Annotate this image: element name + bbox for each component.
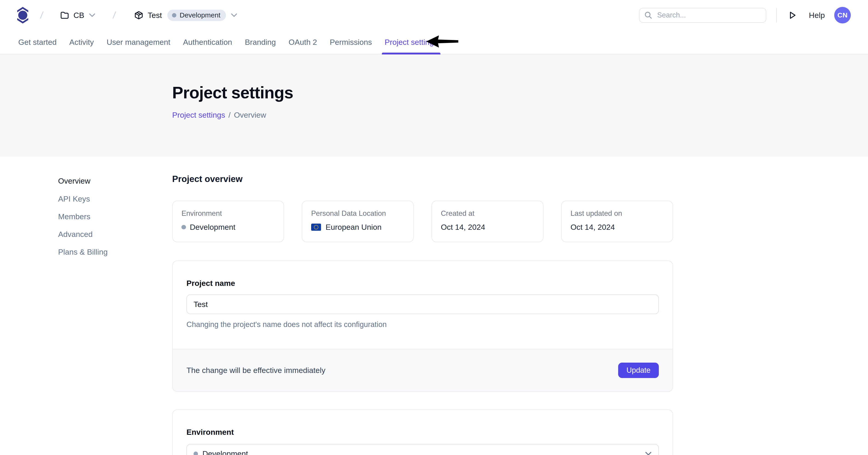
primary-tab-bar: Get started Activity User management Aut… <box>0 31 868 54</box>
status-dot-icon <box>172 13 176 18</box>
org-name: CB <box>73 11 84 20</box>
main-panel: Project overview Environment Development… <box>172 157 673 455</box>
eu-flag-icon <box>311 224 321 231</box>
breadcrumb-link-project-settings[interactable]: Project settings <box>172 111 225 119</box>
sidebar-item-overview[interactable]: Overview <box>58 177 172 185</box>
search-icon <box>644 11 652 19</box>
chevron-down-icon <box>231 13 237 18</box>
project-name-panel-footer: The change will be effective immediately… <box>173 349 673 391</box>
app-window: / CB / <box>0 0 868 455</box>
card-value-text: European Union <box>326 223 382 232</box>
project-selector[interactable]: Test Development <box>134 10 237 21</box>
project-name-input[interactable] <box>186 294 659 314</box>
card-value-text: Development <box>190 223 236 232</box>
environment-label: Environment <box>186 428 659 436</box>
card-label: Environment <box>181 209 275 218</box>
top-bar: / CB / <box>0 0 868 31</box>
project-name: Test <box>148 11 162 20</box>
card-label: Personal Data Location <box>311 209 404 218</box>
status-dot-icon <box>181 225 186 229</box>
search-box[interactable] <box>639 8 766 23</box>
card-label: Created at <box>441 209 534 218</box>
top-bar-actions: Help CN <box>639 7 851 23</box>
tab-project-settings[interactable]: Project settings <box>384 31 438 54</box>
card-last-updated: Last updated on Oct 14, 2024 <box>561 201 673 242</box>
breadcrumb-current: Overview <box>234 111 267 119</box>
status-dot-icon <box>193 452 198 455</box>
sidebar-item-api-keys[interactable]: API Keys <box>58 195 172 203</box>
page-title: Project settings <box>172 83 868 102</box>
card-label: Last updated on <box>570 209 663 218</box>
settings-sidebar: Overview API Keys Members Advanced Plans… <box>58 157 172 455</box>
user-avatar[interactable]: CN <box>834 7 851 23</box>
card-value: Development <box>181 223 275 232</box>
environment-badge: Development <box>167 10 226 21</box>
environment-panel: Environment Development <box>172 409 673 455</box>
package-icon <box>134 11 143 20</box>
tab-user-management[interactable]: User management <box>106 31 171 54</box>
card-environment: Environment Development <box>172 201 284 242</box>
environment-form: Environment Development <box>173 410 673 455</box>
tab-authentication[interactable]: Authentication <box>183 31 233 54</box>
breadcrumb-separator: / <box>112 10 117 21</box>
section-title: Project overview <box>172 174 673 184</box>
app-logo-icon[interactable] <box>17 7 28 23</box>
environment-badge-label: Development <box>180 11 220 19</box>
help-link[interactable]: Help <box>809 11 825 20</box>
tab-activity[interactable]: Activity <box>69 31 94 54</box>
vertical-divider <box>776 8 777 23</box>
project-name-helper-text: Changing the project's name does not aff… <box>186 320 659 329</box>
play-button[interactable] <box>787 9 798 21</box>
card-value: European Union <box>311 223 404 232</box>
search-input[interactable] <box>656 10 761 20</box>
breadcrumb-separator: / <box>40 10 44 21</box>
project-name-panel: Project name Changing the project's name… <box>172 261 673 392</box>
sidebar-item-advanced[interactable]: Advanced <box>58 230 172 238</box>
card-value-text: Oct 14, 2024 <box>441 223 485 232</box>
card-value-text: Oct 14, 2024 <box>570 223 615 232</box>
workspace-breadcrumb: / CB / <box>17 7 237 23</box>
card-value: Oct 14, 2024 <box>441 223 534 232</box>
breadcrumb: Project settings / Overview <box>172 111 868 119</box>
card-created-at: Created at Oct 14, 2024 <box>432 201 544 242</box>
org-selector[interactable]: CB <box>60 11 95 20</box>
project-name-form: Project name Changing the project's name… <box>173 261 673 349</box>
tab-branding[interactable]: Branding <box>244 31 277 54</box>
update-button[interactable]: Update <box>618 363 659 378</box>
environment-select-value: Development <box>202 449 248 455</box>
card-personal-data-location: Personal Data Location European Union <box>302 201 414 242</box>
chevron-down-icon <box>89 13 95 18</box>
tab-get-started[interactable]: Get started <box>18 31 57 54</box>
project-name-label: Project name <box>186 279 659 288</box>
page-header: Project settings Project settings / Over… <box>0 54 868 157</box>
content-area: Overview API Keys Members Advanced Plans… <box>0 157 868 455</box>
breadcrumb-separator: / <box>228 111 230 119</box>
folder-icon <box>60 11 69 20</box>
environment-select[interactable]: Development <box>186 444 659 455</box>
tab-oauth-2[interactable]: OAuth 2 <box>288 31 317 54</box>
chevron-down-icon <box>645 452 652 455</box>
sidebar-item-members[interactable]: Members <box>58 213 172 221</box>
card-value: Oct 14, 2024 <box>570 223 663 232</box>
tab-permissions[interactable]: Permissions <box>329 31 373 54</box>
sidebar-item-plans-billing[interactable]: Plans & Billing <box>58 248 172 256</box>
overview-cards: Environment Development Personal Data Lo… <box>172 201 673 242</box>
footer-note: The change will be effective immediately <box>186 366 326 375</box>
